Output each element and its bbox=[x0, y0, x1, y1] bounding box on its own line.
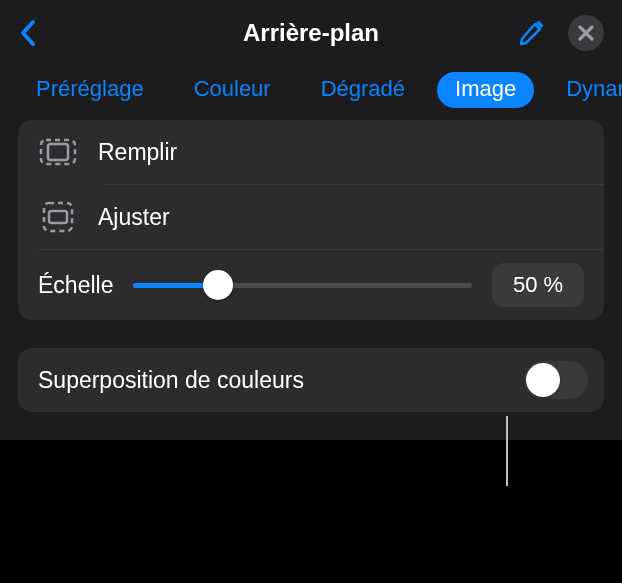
scale-mode-fill[interactable]: Remplir bbox=[18, 120, 604, 184]
background-panel: Arrière-plan Préréglage Couleur Dégradé … bbox=[0, 0, 622, 440]
tab-dynamic[interactable]: Dynamique bbox=[548, 72, 622, 108]
callout-line bbox=[506, 416, 508, 486]
scale-mode-fit-label: Ajuster bbox=[98, 204, 170, 231]
tab-color[interactable]: Couleur bbox=[176, 72, 289, 108]
scale-mode-fit[interactable]: Ajuster bbox=[18, 185, 604, 249]
overlay-toggle-knob bbox=[526, 363, 560, 397]
scale-row: Échelle 50 % bbox=[18, 250, 604, 320]
image-scale-group: Remplir Ajuster Échelle 50 % bbox=[18, 120, 604, 320]
eyedropper-button[interactable] bbox=[516, 18, 546, 48]
svg-rect-3 bbox=[49, 211, 67, 223]
tab-gradient[interactable]: Dégradé bbox=[303, 72, 423, 108]
back-button[interactable] bbox=[18, 18, 38, 48]
scale-value[interactable]: 50 % bbox=[492, 263, 584, 307]
fit-icon bbox=[38, 197, 78, 237]
panel-title: Arrière-plan bbox=[114, 19, 508, 47]
scale-mode-fill-label: Remplir bbox=[98, 139, 177, 166]
overlay-label: Superposition de couleurs bbox=[38, 367, 304, 394]
scale-label: Échelle bbox=[38, 272, 113, 299]
close-button[interactable] bbox=[568, 15, 604, 51]
background-type-tabs: Préréglage Couleur Dégradé Image Dynamiq… bbox=[0, 66, 622, 122]
tab-image[interactable]: Image bbox=[437, 72, 534, 108]
scale-slider-thumb[interactable] bbox=[203, 270, 233, 300]
panel-header: Arrière-plan bbox=[0, 0, 622, 66]
fill-icon bbox=[38, 132, 78, 172]
scale-slider[interactable] bbox=[133, 283, 472, 288]
overlay-toggle[interactable] bbox=[524, 361, 588, 399]
tab-preset[interactable]: Préréglage bbox=[18, 72, 162, 108]
overlay-group: Superposition de couleurs bbox=[18, 348, 604, 412]
svg-rect-1 bbox=[48, 144, 68, 160]
overlay-row: Superposition de couleurs bbox=[18, 348, 604, 412]
